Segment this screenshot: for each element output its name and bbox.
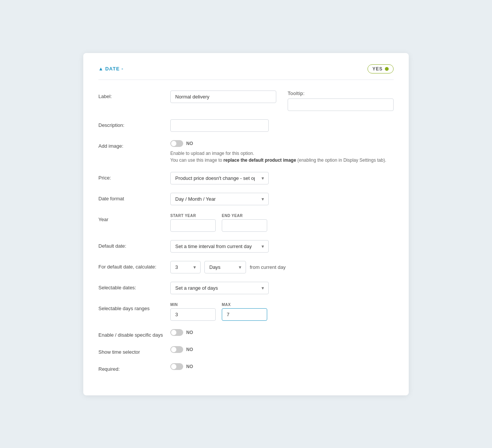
label-tooltip-row: Label: Tooltip: <box>98 91 394 111</box>
max-input[interactable] <box>222 308 267 321</box>
min-label: MIN <box>170 303 216 307</box>
price-row: Price: Product price doesn't change - se… <box>98 172 394 184</box>
selectable-days-ranges-row: Selectable days ranges MIN MAX <box>98 303 394 321</box>
selectable-dates-select[interactable]: Set a range of days All dates Specific d… <box>170 282 269 294</box>
add-image-row: Add image: NO Enable to upload an image … <box>98 140 394 164</box>
ranges-inputs: MIN MAX <box>170 303 269 321</box>
end-year-input[interactable] <box>222 219 267 232</box>
show-time-control: NO <box>170 346 394 353</box>
tooltip-label: Tooltip: <box>288 91 394 96</box>
max-label: MAX <box>222 303 267 307</box>
add-image-toggle[interactable] <box>170 140 183 147</box>
for-default-date-control: 12345 DaysWeeksMonths from current day <box>170 261 394 273</box>
tooltip-input[interactable] <box>288 98 394 111</box>
year-label: Year <box>98 214 170 222</box>
year-inputs: START YEAR END YEAR <box>170 214 269 232</box>
show-time-toggle-label: NO <box>186 347 193 352</box>
enable-disable-control: NO <box>170 329 394 336</box>
date-format-row: Date format Day / Month / Year Month / D… <box>98 193 394 205</box>
for-default-date-group: 12345 DaysWeeksMonths from current day <box>170 261 394 273</box>
required-toggle-label: NO <box>186 364 193 369</box>
price-label: Price: <box>98 172 170 181</box>
label-field-label: Label: <box>98 91 170 99</box>
required-toggle[interactable] <box>170 363 183 370</box>
selectable-days-ranges-control: MIN MAX <box>170 303 394 321</box>
date-format-select-wrapper: Day / Month / Year Month / Day / Year Ye… <box>170 193 269 205</box>
start-year-input[interactable] <box>170 219 216 232</box>
card-header: ▲ DATE - YES <box>98 64 394 80</box>
description-input[interactable] <box>170 119 269 132</box>
required-row: Required: NO <box>98 363 394 372</box>
default-period-select[interactable]: DaysWeeksMonths <box>204 261 246 273</box>
add-image-control: NO Enable to upload an image for this op… <box>170 140 394 164</box>
end-year-label: END YEAR <box>222 214 267 218</box>
default-date-select-wrapper: Set a time interval from current day No … <box>170 240 269 253</box>
date-format-select[interactable]: Day / Month / Year Month / Day / Year Ye… <box>170 193 269 205</box>
show-time-row: Show time selector NO <box>98 346 394 355</box>
add-image-toggle-row: NO <box>170 140 394 147</box>
default-date-control: Set a time interval from current day No … <box>170 240 394 253</box>
enable-disable-row: Enable / disable specific days NO <box>98 329 394 338</box>
for-default-date-row: For default date, calculate: 12345 DaysW… <box>98 261 394 273</box>
yes-indicator <box>385 67 389 71</box>
selectable-days-ranges-label: Selectable days ranges <box>98 303 170 311</box>
min-wrapper: MIN <box>170 303 216 321</box>
show-time-toggle[interactable] <box>170 346 183 353</box>
add-image-help: Enable to upload an image for this optio… <box>170 150 394 164</box>
default-period-select-wrapper: DaysWeeksMonths <box>204 261 246 273</box>
enable-disable-label: Enable / disable specific days <box>98 329 170 338</box>
price-control: Product price doesn't change - set op...… <box>170 172 394 184</box>
start-year-label: START YEAR <box>170 214 216 218</box>
show-time-toggle-row: NO <box>170 346 394 353</box>
label-input-wrapper <box>170 91 276 111</box>
yes-badge[interactable]: YES <box>367 64 394 73</box>
min-input[interactable] <box>170 308 216 321</box>
selectable-dates-label: Selectable dates: <box>98 282 170 290</box>
tooltip-wrapper: Tooltip: <box>288 91 394 111</box>
start-year-wrapper: START YEAR <box>170 214 216 232</box>
description-control <box>170 119 394 132</box>
enable-disable-toggle-label: NO <box>186 330 193 335</box>
label-control: Tooltip: <box>170 91 394 111</box>
default-number-select-wrapper: 12345 <box>170 261 201 273</box>
selectable-dates-select-wrapper: Set a range of days All dates Specific d… <box>170 282 269 294</box>
year-control: START YEAR END YEAR <box>170 214 394 232</box>
add-image-label: Add image: <box>98 140 170 149</box>
price-select-wrapper: Product price doesn't change - set op...… <box>170 172 269 184</box>
year-row: Year START YEAR END YEAR <box>98 214 394 232</box>
section-title[interactable]: ▲ DATE - <box>98 66 123 72</box>
default-date-label: Default date: <box>98 240 170 249</box>
default-number-select[interactable]: 12345 <box>170 261 201 273</box>
show-time-label: Show time selector <box>98 346 170 355</box>
main-card: ▲ DATE - YES Label: Tooltip: Description… <box>83 53 409 395</box>
price-select[interactable]: Product price doesn't change - set op...… <box>170 172 269 184</box>
required-control: NO <box>170 363 394 370</box>
end-year-wrapper: END YEAR <box>222 214 267 232</box>
selectable-dates-row: Selectable dates: Set a range of days Al… <box>98 282 394 294</box>
selectable-dates-control: Set a range of days All dates Specific d… <box>170 282 394 294</box>
default-date-row: Default date: Set a time interval from c… <box>98 240 394 253</box>
default-date-select[interactable]: Set a time interval from current day No … <box>170 240 269 253</box>
enable-disable-toggle[interactable] <box>170 329 183 336</box>
date-format-label: Date format <box>98 193 170 201</box>
label-input[interactable] <box>170 91 276 103</box>
chevron-icon: ▲ <box>98 66 104 72</box>
from-current-day-text: from current day <box>250 264 286 270</box>
required-label: Required: <box>98 363 170 372</box>
for-default-date-label: For default date, calculate: <box>98 261 170 270</box>
date-format-control: Day / Month / Year Month / Day / Year Ye… <box>170 193 394 205</box>
description-row: Description: <box>98 119 394 132</box>
add-image-toggle-label: NO <box>186 141 193 146</box>
enable-disable-toggle-row: NO <box>170 329 394 336</box>
description-label: Description: <box>98 119 170 128</box>
max-wrapper: MAX <box>222 303 267 321</box>
required-toggle-row: NO <box>170 363 394 370</box>
